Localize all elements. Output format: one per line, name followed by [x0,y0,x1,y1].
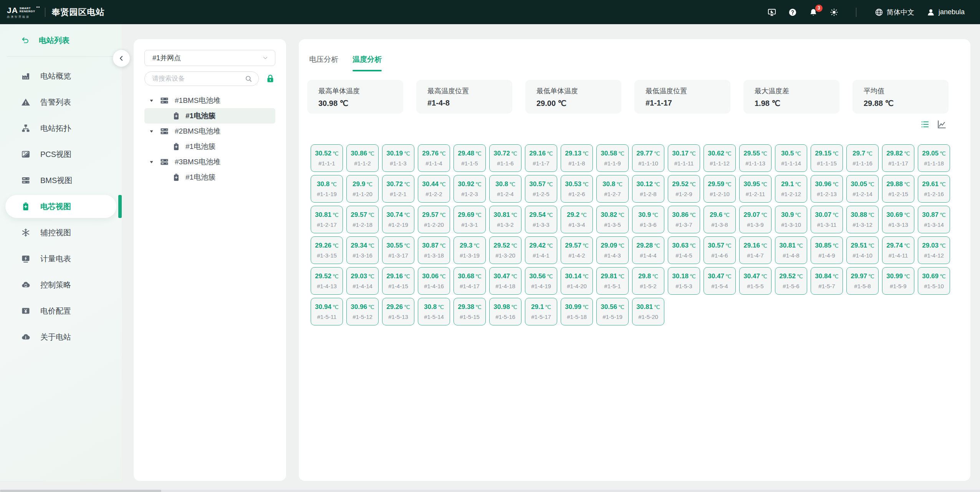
tree-stack-row[interactable]: #1BMS电池堆 [144,93,275,108]
sidebar-item-pcs-view[interactable]: PCS视图 [0,141,122,167]
cell-temperature: 30.57℃ [529,180,553,188]
help-icon[interactable] [788,8,797,17]
stat-value: 30.98 ℃ [318,99,403,108]
cell-temperature: 30.58℃ [601,150,624,157]
horizontal-scrollbar[interactable] [0,490,980,492]
stat-card: 最低温度位置 #1-1-17 [634,80,730,114]
celsius-unit: ℃ [618,304,624,310]
sidebar-item-station-list[interactable]: 电站列表 [0,24,122,56]
company-logo: JA SMART RENERGY 晶澳智慧能源 [7,6,40,18]
stat-card: 最高单体温度 30.98 ℃ [307,80,403,114]
screen-monitor-icon[interactable] [768,8,776,17]
device-search-input[interactable] [152,75,245,83]
cell-tile: 29.7℃ #1-1-16 [846,144,879,172]
sidebar-item-label: 控制策略 [40,280,71,290]
cell-position: #1-1-9 [604,160,621,167]
cell-position: #1-2-20 [424,221,444,228]
grid-point-select[interactable]: #1并网点 [144,50,275,66]
cell-tile: 30.17℃ #1-1-11 [668,144,700,172]
sidebar-item-topology[interactable]: 电站拓扑 [0,115,122,141]
cell-tile: 29.55℃ #1-1-13 [739,144,771,172]
cell-temperature: 29.74℃ [886,242,910,249]
sidebar-item-bms-view[interactable]: BMS视图 [0,167,122,193]
celsius-unit: ℃ [690,150,696,157]
sidebar-item-about[interactable]: 关于电站 [0,324,122,350]
tree-cluster-row[interactable]: #1电池簇 [144,108,275,124]
cell-position: #1-3-11 [817,221,837,228]
tab-voltage[interactable]: 电压分析 [309,54,338,71]
scrollbar-thumb[interactable] [0,490,161,492]
sidebar-item-label: 告警列表 [40,97,71,107]
celsius-unit: ℃ [866,150,872,157]
celsius-unit: ℃ [583,181,589,187]
cell-position: #1-2-2 [425,191,442,197]
cell-position: #1-4-4 [640,252,656,259]
device-search-box[interactable] [144,71,259,86]
cell-tile: 30.8℃ #1-1-19 [311,175,343,203]
theme-sun-icon[interactable] [830,8,838,17]
user-menu[interactable]: janebula [927,8,965,17]
celsius-unit: ℃ [654,304,660,310]
celsius-unit: ℃ [440,273,446,279]
sidebar-menu: 电站概览 告警列表 电站拓扑 PCS视图 BMS视图 电芯视图 辅控视图 计量电… [0,57,122,350]
sidebar-item-overview[interactable]: 电站概览 [0,63,122,89]
cell-position: #1-2-15 [888,191,908,197]
sidebar-item-strategy[interactable]: 控制策略 [0,272,122,298]
tree-stack-row[interactable]: #2BMS电池堆 [144,124,275,139]
cell-temperature: 30.18℃ [672,272,695,280]
cell-tile: 29.16℃ #1-4-15 [382,267,414,295]
cell-position: #1-4-6 [711,252,728,259]
battery-icon [21,202,30,211]
sidebar-item-meter[interactable]: 计量电表 [0,246,122,272]
cell-position: #1-1-10 [638,160,658,167]
cell-tile: 30.84℃ #1-5-7 [811,267,843,295]
cell-position: #1-2-5 [533,191,549,197]
cell-tile: 29.3℃ #1-3-19 [454,236,486,264]
sidebar-item-pricing[interactable]: 电价配置 [0,298,122,324]
chart-view-icon[interactable] [937,119,947,129]
cell-temperature: 29.16℃ [386,272,410,280]
celsius-unit: ℃ [618,212,624,218]
celsius-unit: ℃ [725,150,732,157]
cell-temperature: 30.69℃ [886,211,910,219]
cell-temperature: 29.28℃ [636,242,660,249]
cell-temperature: 29.57℃ [565,242,588,249]
cell-position: #1-1-12 [710,160,730,167]
cell-tile: 29.26℃ #1-5-13 [382,298,414,325]
lock-icon[interactable] [265,74,275,84]
tab-label: 温度分析 [353,55,382,63]
caret-down-icon[interactable] [149,98,154,103]
sidebar-item-cell-view[interactable]: 电芯视图 [0,193,122,220]
celsius-unit: ℃ [475,273,482,279]
cell-tile: 29.97℃ #1-5-8 [846,267,879,295]
notifications-bell-icon[interactable]: 3 [809,8,818,17]
rack-icon [160,127,169,136]
celsius-unit: ℃ [833,212,839,218]
cell-tile: 30.14℃ #1-4-20 [561,267,593,295]
cell-tile: 29.57℃ #1-2-20 [418,206,450,233]
cell-position: #1-2-10 [710,191,730,197]
search-icon[interactable] [245,75,252,83]
cell-tile: 29.07℃ #1-3-9 [739,206,771,233]
cell-position: #1-2-8 [640,191,656,197]
cell-tile: 29.52℃ #1-4-13 [311,267,343,295]
caret-down-icon[interactable] [149,160,154,165]
celsius-unit: ℃ [547,212,553,218]
tree-cluster-row[interactable]: #1电池簇 [144,170,275,185]
sidebar-collapse-button[interactable] [113,50,130,67]
language-switcher[interactable]: 简体中文 [875,8,914,17]
sidebar-item-alarms[interactable]: 告警列表 [0,89,122,115]
celsius-unit: ℃ [690,181,696,187]
cell-temperature: 30.56℃ [529,272,553,280]
tree-stack-row[interactable]: #3BMS电池堆 [144,154,275,170]
celsius-unit: ℃ [761,243,767,249]
tree-cluster-row[interactable]: #1电池簇 [144,139,275,154]
cell-position: #1-2-17 [317,221,337,228]
sidebar-item-aux-view[interactable]: 辅控视图 [0,220,122,246]
cell-temperature: 29.34℃ [351,242,374,249]
list-view-icon[interactable] [920,119,930,129]
tab-temperature[interactable]: 温度分析 [353,54,382,71]
caret-down-icon[interactable] [149,129,154,134]
celsius-unit: ℃ [440,150,446,157]
cell-tile: 30.88℃ #1-3-12 [846,206,879,233]
